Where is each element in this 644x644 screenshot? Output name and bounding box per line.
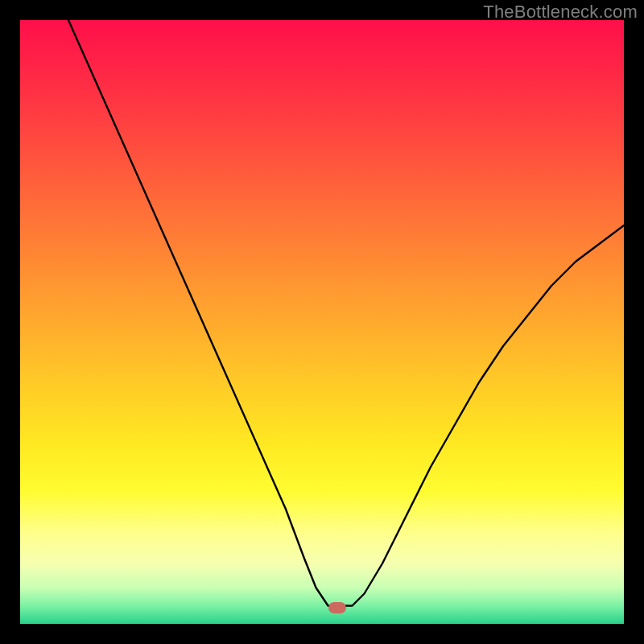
image-frame: TheBottleneck.com bbox=[0, 0, 644, 644]
plot-area bbox=[20, 20, 624, 624]
watermark-text: TheBottleneck.com bbox=[483, 2, 638, 23]
bottleneck-curve bbox=[20, 20, 624, 624]
optimal-point-marker bbox=[328, 602, 346, 613]
